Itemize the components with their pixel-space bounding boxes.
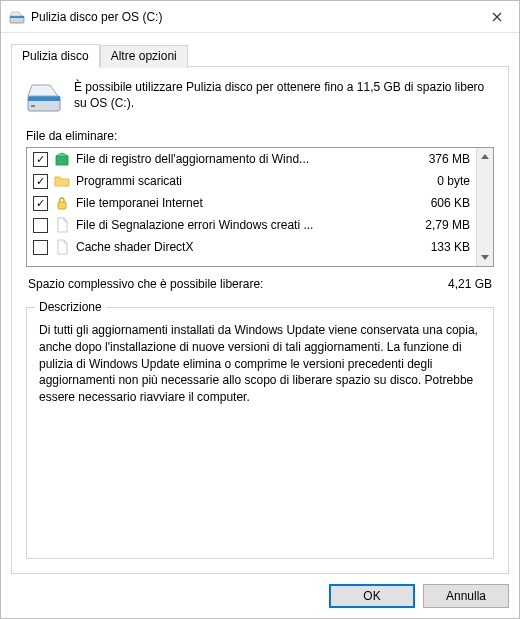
scroll-up-button[interactable] xyxy=(477,148,493,165)
description-text: Di tutti gli aggiornamenti installati da… xyxy=(39,322,481,406)
scrollbar[interactable] xyxy=(476,148,493,266)
item-size: 2,79 MB xyxy=(400,218,470,232)
item-size: 133 KB xyxy=(400,240,470,254)
list-item[interactable]: File di Segnalazione errori Windows crea… xyxy=(27,214,476,236)
item-size: 376 MB xyxy=(400,152,470,166)
list-item[interactable]: ✓Programmi scaricati0 byte xyxy=(27,170,476,192)
intro-row: È possibile utilizzare Pulizia disco per… xyxy=(26,79,494,115)
scroll-down-button[interactable] xyxy=(477,249,493,266)
content-area: Pulizia disco Altre opzioni È possibile … xyxy=(1,33,519,574)
file-list-items: ✓File di registro dell'aggiornamento di … xyxy=(27,148,476,266)
description-group: Descrizione Di tutti gli aggiornamenti i… xyxy=(26,307,494,559)
item-name: File di Segnalazione errori Windows crea… xyxy=(76,218,400,232)
close-button[interactable] xyxy=(474,2,519,32)
cancel-button[interactable]: Annulla xyxy=(423,584,509,608)
item-name: File di registro dell'aggiornamento di W… xyxy=(76,152,400,166)
lock-icon xyxy=(54,195,70,211)
file-list[interactable]: ✓File di registro dell'aggiornamento di … xyxy=(26,147,494,267)
checkbox[interactable]: ✓ xyxy=(33,152,48,167)
ok-button[interactable]: OK xyxy=(329,584,415,608)
svg-rect-5 xyxy=(56,156,68,165)
svg-rect-6 xyxy=(58,202,66,209)
total-label: Spazio complessivo che è possibile liber… xyxy=(28,277,263,291)
list-item[interactable]: Cache shader DirectX133 KB xyxy=(27,236,476,258)
svg-rect-4 xyxy=(31,105,35,107)
tab-pulizia-disco[interactable]: Pulizia disco xyxy=(11,44,100,67)
folder-icon xyxy=(54,173,70,189)
checkbox[interactable] xyxy=(33,218,48,233)
total-row: Spazio complessivo che è possibile liber… xyxy=(26,267,494,303)
item-size: 606 KB xyxy=(400,196,470,210)
item-size: 0 byte xyxy=(400,174,470,188)
tab-altre-opzioni[interactable]: Altre opzioni xyxy=(100,45,188,68)
total-value: 4,21 GB xyxy=(448,277,492,291)
item-name: Cache shader DirectX xyxy=(76,240,400,254)
tab-panel: È possibile utilizzare Pulizia disco per… xyxy=(11,66,509,574)
description-title: Descrizione xyxy=(35,300,106,314)
dialog-window: Pulizia disco per OS (C:) Pulizia disco … xyxy=(0,0,520,619)
scroll-track[interactable] xyxy=(477,165,493,249)
files-label-text: File da eliminare: xyxy=(26,129,117,143)
svg-rect-3 xyxy=(28,96,60,101)
item-name: File temporanei Internet xyxy=(76,196,400,210)
disk-cleanup-icon xyxy=(9,9,25,25)
window-title: Pulizia disco per OS (C:) xyxy=(31,10,474,24)
file-icon xyxy=(54,239,70,255)
checkbox[interactable]: ✓ xyxy=(33,174,48,189)
intro-text: È possibile utilizzare Pulizia disco per… xyxy=(74,79,494,115)
checkbox[interactable] xyxy=(33,240,48,255)
package-icon xyxy=(54,151,70,167)
item-name: Programmi scaricati xyxy=(76,174,400,188)
file-icon xyxy=(54,217,70,233)
checkbox[interactable]: ✓ xyxy=(33,196,48,211)
files-label: File da eliminare: xyxy=(26,129,494,143)
tab-strip: Pulizia disco Altre opzioni xyxy=(11,43,509,66)
button-row: OK Annulla xyxy=(1,574,519,618)
list-item[interactable]: ✓File temporanei Internet606 KB xyxy=(27,192,476,214)
disk-cleanup-large-icon xyxy=(26,79,62,115)
list-item[interactable]: ✓File di registro dell'aggiornamento di … xyxy=(27,148,476,170)
titlebar: Pulizia disco per OS (C:) xyxy=(1,1,519,33)
